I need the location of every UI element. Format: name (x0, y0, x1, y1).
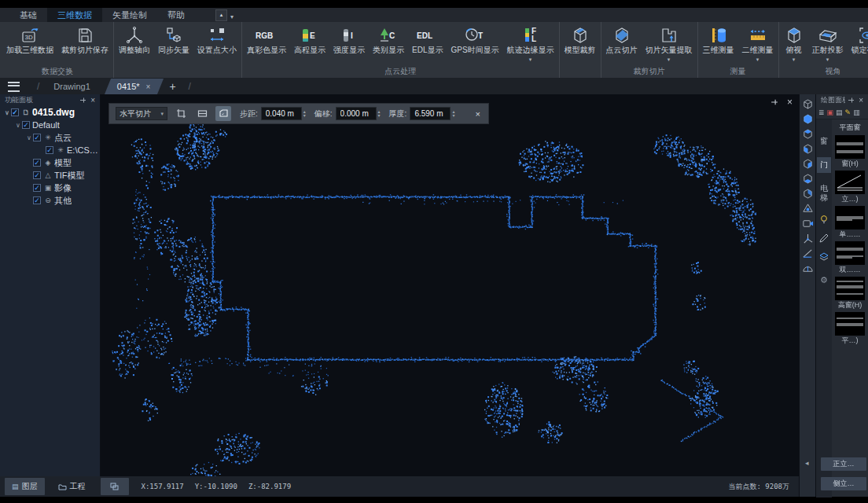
model-crop-button[interactable]: 模型裁剪 (561, 23, 600, 55)
block-item[interactable]: 单…… (835, 206, 865, 239)
caret-icon[interactable] (14, 122, 22, 129)
checkbox[interactable] (33, 184, 41, 192)
checkbox[interactable] (33, 134, 41, 141)
slice-plane-icon[interactable] (194, 106, 210, 121)
pin-icon[interactable] (79, 97, 86, 104)
collapse-panel-icon[interactable] (805, 459, 809, 467)
slice-mode-select[interactable]: 水平切片 (116, 107, 167, 120)
pin-icon[interactable] (771, 98, 778, 106)
class-display-button[interactable]: C 类别显示 (369, 23, 408, 55)
save-crop-slice-button[interactable]: 裁剪切片保存 (57, 23, 112, 55)
block-item[interactable]: 高窗(H) (835, 277, 865, 310)
hamburger-menu-icon[interactable] (8, 82, 20, 92)
iso-view-icon[interactable] (802, 188, 814, 200)
axis-gizmo-icon[interactable] (802, 233, 814, 244)
gps-time-display-button[interactable]: T GPS时间显示 (447, 23, 502, 55)
new-tab-button[interactable]: + (163, 80, 182, 93)
lock-view-button[interactable]: 锁定视角 (848, 23, 868, 55)
adjust-axis-button[interactable]: 调整轴向 (115, 23, 154, 55)
ortho-projection-button[interactable]: 正射投影 (808, 23, 848, 61)
intensity-display-button[interactable]: I 强度显示 (329, 23, 369, 55)
edl-display-button[interactable]: EDL EDL显示 (408, 23, 447, 55)
tree-row[interactable]: ✳ 点云 (0, 131, 100, 144)
top-view-button[interactable]: 俯视 (780, 23, 808, 61)
left-face-view-icon[interactable] (802, 143, 814, 155)
select-icon[interactable]: ▥ (853, 108, 860, 117)
dropdown-caret-icon[interactable] (529, 55, 532, 61)
tree-row[interactable]: ▣ 影像 (0, 182, 100, 194)
tab-drawing1[interactable]: Drawing1 (46, 82, 97, 91)
slice-vector-extract-button[interactable]: 切片矢量提取 (642, 23, 697, 61)
checkbox[interactable] (33, 171, 41, 179)
spin-down-icon[interactable] (378, 114, 381, 118)
close-icon[interactable] (89, 97, 97, 105)
image-icon[interactable]: ▤ (836, 108, 843, 117)
close-icon[interactable] (857, 97, 865, 105)
front-elevation-button[interactable]: 正立… (821, 457, 866, 471)
tab-elevator[interactable]: 电梯 (817, 181, 831, 206)
slice-toolbar-close-icon[interactable] (474, 110, 482, 118)
elevation-display-button[interactable]: E 高程显示 (290, 23, 329, 55)
dropdown-caret-icon[interactable] (756, 55, 760, 61)
close-icon[interactable] (785, 98, 794, 106)
solid-cube-view-icon[interactable] (802, 113, 814, 125)
right-face-view-icon[interactable] (802, 158, 814, 170)
load-3d-data-button[interactable]: 3D 加载三维数据 (2, 23, 57, 55)
dropdown-caret-icon[interactable] (793, 55, 796, 61)
tab-window[interactable]: 窗 (817, 134, 831, 149)
tree-row[interactable]: △ TIF模型 (0, 169, 100, 182)
menu-item-3d-data[interactable]: 三维数据 (47, 8, 102, 22)
side-elevation-button[interactable]: 侧立… (821, 477, 866, 490)
menu-item-help[interactable]: 帮助 (157, 8, 195, 22)
block-item[interactable]: 窗(H) (835, 135, 865, 168)
tree-row[interactable]: ✳ E:\CS\1... (0, 144, 100, 156)
dropdown-caret-icon[interactable] (668, 55, 671, 61)
caret-icon[interactable] (25, 134, 33, 141)
wire-cube-view-icon[interactable] (802, 98, 814, 110)
measure-2d-button[interactable]: 二维测量 (738, 23, 778, 61)
pointcloud-slice-button[interactable]: 点云切片 (602, 23, 642, 55)
camera-view-icon[interactable] (802, 218, 814, 229)
tab-door[interactable]: 门 (817, 157, 831, 173)
spin-down-icon[interactable] (303, 114, 306, 118)
spin-down-icon[interactable] (452, 114, 454, 118)
tree-row[interactable]: 🗋 0415.dwg (0, 106, 100, 119)
thickness-spinner[interactable] (452, 110, 454, 118)
sync-vector-button[interactable]: 同步矢量 (154, 23, 193, 55)
crop-region-icon[interactable] (173, 106, 189, 121)
checkbox[interactable] (46, 146, 53, 154)
annotate-icon[interactable]: ▣ (827, 108, 834, 117)
top-face-view-icon[interactable] (802, 128, 814, 140)
tab-0415-active[interactable]: 0415* (105, 79, 164, 94)
menu-item-vector-draw[interactable]: 矢量绘制 (102, 8, 157, 22)
thickness-input[interactable] (410, 107, 451, 120)
quick-access-icon[interactable] (215, 9, 227, 21)
gear-icon[interactable] (820, 275, 828, 285)
tree-row[interactable]: Default (0, 119, 100, 131)
slice-export-icon[interactable] (215, 106, 231, 121)
brush-icon[interactable]: ✎ (845, 108, 851, 117)
pin-icon[interactable] (848, 97, 855, 104)
tree-row[interactable]: ⊖ 其他 (0, 194, 100, 207)
perspective-view-icon[interactable] (802, 203, 814, 215)
checkbox[interactable] (22, 121, 30, 129)
quick-access-caret-icon[interactable] (230, 8, 234, 22)
slope-view-icon[interactable] (802, 248, 814, 259)
pencil-icon[interactable] (818, 233, 829, 244)
checkbox[interactable] (33, 159, 41, 167)
layers-button[interactable]: ▤ 图层 (5, 478, 45, 495)
checkbox[interactable] (33, 196, 41, 204)
tab-close-icon[interactable] (146, 83, 151, 91)
block-item[interactable]: 立…) (835, 171, 865, 204)
step-input[interactable] (261, 107, 302, 120)
tree-row[interactable]: ◈ 模型 (0, 156, 100, 169)
front-face-view-icon[interactable] (802, 173, 814, 185)
list-icon[interactable]: ≣ (818, 108, 825, 117)
dropdown-caret-icon[interactable] (826, 55, 829, 61)
set-point-size-button[interactable]: 设置点大小 (193, 23, 241, 55)
block-item[interactable]: 双…… (835, 241, 865, 274)
trajectory-edge-display-button[interactable]: FL 航迹边缘显示 (503, 23, 558, 61)
step-spinner[interactable] (303, 110, 306, 118)
bulb-icon[interactable] (818, 214, 829, 225)
checkbox[interactable] (11, 108, 19, 116)
